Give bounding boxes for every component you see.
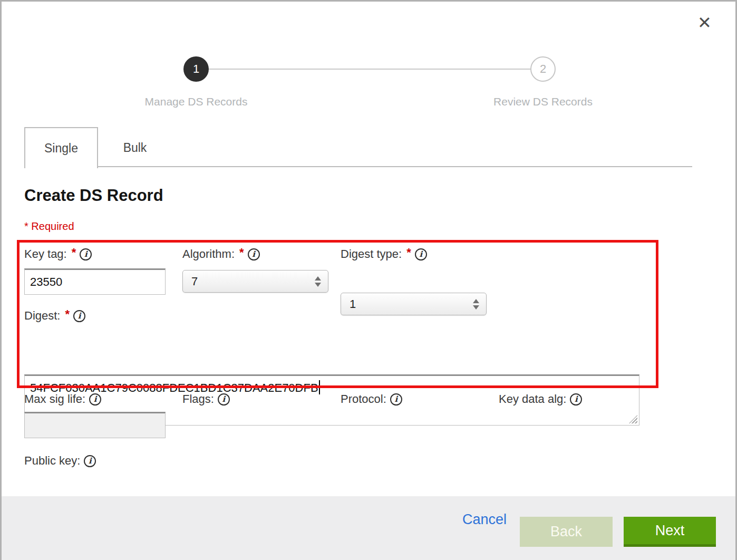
flags-label-text: Flags: <box>182 392 214 406</box>
algorithm-label: Algorithm: * i <box>182 247 260 261</box>
close-icon[interactable]: ✕ <box>697 14 712 31</box>
annotation-box <box>17 240 658 388</box>
key-tag-required-asterisk: * <box>72 246 76 259</box>
tab-bulk-label: Bulk <box>123 141 147 155</box>
digest-type-select[interactable]: 1 <box>341 293 487 315</box>
step-1-number: 1 <box>193 62 199 76</box>
protocol-label-text: Protocol: <box>341 392 386 406</box>
next-button[interactable]: Next <box>624 517 716 547</box>
step-1-label: Manage DS Records <box>112 95 280 108</box>
required-note: * Required <box>24 220 74 233</box>
key-tag-label: Key tag: * i <box>24 247 92 261</box>
digest-type-required-asterisk: * <box>406 246 411 259</box>
digest-label: Digest: * i <box>24 309 85 323</box>
create-ds-record-dialog: ✕ 1 2 Manage DS Records Review DS Record… <box>0 0 737 560</box>
back-button[interactable]: Back <box>520 517 613 547</box>
stepper-connector <box>209 69 530 70</box>
digest-type-select-value: 1 <box>341 297 356 311</box>
digest-type-info-icon[interactable]: i <box>415 248 427 260</box>
flags-label: Flags: i <box>182 392 230 406</box>
digest-info-icon[interactable]: i <box>73 310 85 322</box>
tab-single[interactable]: Single <box>24 127 98 168</box>
key-data-alg-info-icon[interactable]: i <box>570 393 582 405</box>
public-key-info-icon[interactable]: i <box>84 455 96 467</box>
step-2-circle: 2 <box>530 56 556 82</box>
key-tag-input[interactable] <box>24 268 166 295</box>
digest-required-asterisk: * <box>65 307 70 321</box>
step-1-circle: 1 <box>183 56 209 82</box>
tab-bulk[interactable]: Bulk <box>98 127 172 168</box>
resize-handle-icon[interactable] <box>629 415 637 423</box>
public-key-label-text: Public key: <box>24 454 80 468</box>
flags-info-icon[interactable]: i <box>218 393 230 405</box>
key-data-alg-label-text: Key data alg: <box>499 392 566 406</box>
key-data-alg-label: Key data alg: i <box>499 392 582 406</box>
algorithm-required-asterisk: * <box>239 246 244 259</box>
public-key-label: Public key: i <box>24 454 96 468</box>
digest-type-label: Digest type: * i <box>341 247 427 261</box>
select-spinner-icon <box>473 299 479 310</box>
dialog-footer: Cancel Back Next <box>2 496 735 560</box>
max-sig-life-info-icon[interactable]: i <box>89 393 101 405</box>
key-tag-label-text: Key tag: <box>24 247 67 261</box>
max-sig-life-input[interactable] <box>24 412 166 438</box>
tab-single-label: Single <box>44 141 78 156</box>
max-sig-life-label: Max sig life: i <box>24 392 101 406</box>
protocol-label: Protocol: i <box>341 392 402 406</box>
max-sig-life-label-text: Max sig life: <box>24 392 85 406</box>
step-2-number: 2 <box>540 62 546 76</box>
digest-label-text: Digest: <box>24 309 60 323</box>
key-tag-info-icon[interactable]: i <box>80 248 92 260</box>
algorithm-info-icon[interactable]: i <box>248 248 260 260</box>
text-caret <box>319 380 320 394</box>
digest-type-label-text: Digest type: <box>341 247 402 261</box>
algorithm-label-text: Algorithm: <box>182 247 235 261</box>
select-spinner-icon <box>315 276 321 287</box>
step-2-label: Review DS Records <box>459 95 627 108</box>
protocol-info-icon[interactable]: i <box>390 393 402 405</box>
cancel-link[interactable]: Cancel <box>462 505 507 535</box>
algorithm-select-value: 7 <box>183 275 198 288</box>
page-title: Create DS Record <box>24 186 163 205</box>
algorithm-select[interactable]: 7 <box>182 270 328 293</box>
